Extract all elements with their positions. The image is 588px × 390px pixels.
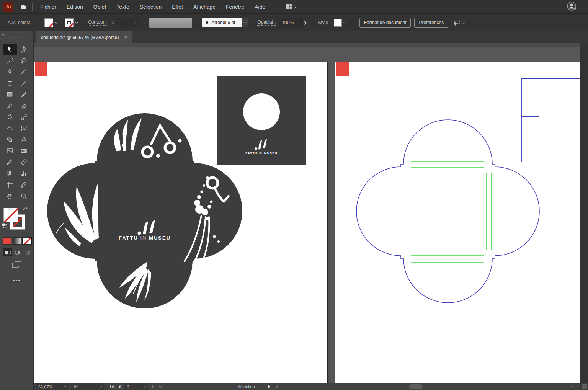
edit-toolbar-dots[interactable]: ••• [0, 278, 34, 284]
zoom-level-dropdown[interactable]: 66,67% [36, 383, 69, 390]
tool-column-graph[interactable] [17, 168, 31, 179]
artboard-1[interactable]: FATTU IN MUSEU FATTU IN MUSEU [34, 62, 327, 383]
tool-lasso[interactable] [17, 55, 31, 67]
stroke-color-dropdown[interactable] [74, 18, 80, 27]
last-artboard-icon[interactable] [158, 385, 163, 389]
close-tab-icon[interactable]: × [124, 34, 127, 40]
menu-edition[interactable]: Edition [67, 4, 83, 10]
tool-eyedropper[interactable] [3, 157, 17, 168]
tool-gradient[interactable] [17, 145, 31, 157]
brush-definition-dropdown[interactable] [242, 18, 248, 27]
fill-color-dropdown[interactable] [53, 18, 59, 27]
collapse-panel-icon[interactable]: « [2, 33, 5, 37]
menu-aide[interactable]: Aide [255, 4, 265, 10]
opacity-label[interactable]: Opacité : [257, 20, 276, 26]
style-label: Style : [318, 20, 330, 25]
document-tab[interactable]: chouette.ai* @ 66,67 % (RVB/Aperçu) × [36, 31, 132, 43]
menu-objet[interactable]: Objet [93, 4, 106, 10]
brush-name: Arrondi 5 pt [211, 20, 235, 25]
tool-type[interactable] [3, 78, 17, 89]
tool-blend[interactable] [17, 157, 31, 168]
box-lid-artwork[interactable]: FATTU IN MUSEU [217, 76, 306, 165]
document-tab-title: chouette.ai* @ 66,67 % (RVB/Aperçu) [41, 35, 119, 40]
tool-magic-wand[interactable] [3, 55, 17, 67]
stroke-weight-label[interactable]: Contour : [88, 20, 107, 26]
tool-rotate[interactable] [3, 111, 17, 123]
preferences-button[interactable]: Préférences [414, 18, 448, 28]
tool-symbol-sprayer[interactable] [3, 168, 17, 179]
width-profile-dropdown[interactable] [149, 18, 192, 28]
rotation-dropdown[interactable]: 0° [71, 383, 104, 390]
status-expand-icon[interactable] [268, 385, 271, 389]
mesh-icon [6, 147, 13, 155]
none-button[interactable] [23, 237, 31, 245]
tool-selection[interactable] [3, 44, 17, 55]
tool-curvature[interactable] [17, 66, 31, 78]
opacity-expand-arrow[interactable] [302, 18, 309, 27]
tool-shape-builder[interactable] [3, 134, 17, 145]
tool-rectangle[interactable] [3, 89, 17, 100]
next-artboard-icon[interactable] [151, 385, 155, 389]
artboard-number-value: 2 [127, 385, 129, 389]
selection-options[interactable] [453, 20, 464, 26]
format-document-button[interactable]: Format de document [359, 18, 411, 28]
tool-slice[interactable] [17, 179, 31, 191]
brush-definition-field[interactable]: Arrondi 5 pt [202, 18, 242, 27]
menu-effet[interactable]: Effet [172, 4, 183, 10]
tool-direct-selection[interactable] [17, 44, 31, 55]
menu-affichage[interactable]: Affichage [193, 4, 216, 10]
tool-paintbrush[interactable] [17, 89, 31, 100]
fill-color-swatch[interactable] [44, 18, 53, 27]
hscroll-right-icon[interactable] [570, 385, 573, 388]
account-avatar[interactable] [567, 1, 577, 13]
menu-texte[interactable]: Texte [116, 4, 129, 10]
home-icon[interactable] [20, 3, 27, 10]
color-button[interactable] [3, 237, 11, 245]
draw-behind-button[interactable] [13, 248, 23, 256]
opacity-field[interactable]: 100% [279, 18, 302, 27]
draw-normal-button[interactable] [3, 248, 12, 256]
chevron-down-icon [462, 20, 465, 23]
artboard-2[interactable] [335, 62, 580, 383]
tool-pen[interactable] [3, 66, 17, 78]
tool-perspective-grid[interactable] [17, 134, 31, 145]
swap-fill-stroke-icon[interactable] [23, 207, 28, 214]
style-swatch[interactable] [334, 19, 342, 27]
tool-free-transform[interactable] [17, 123, 31, 134]
tool-artboard[interactable] [3, 179, 17, 191]
tool-mesh[interactable] [3, 145, 17, 157]
illustrator-app-icon[interactable]: Ai [3, 2, 13, 12]
menu-fichier[interactable]: Fichier [40, 4, 56, 10]
brush-preview-dot [206, 21, 208, 24]
style-dropdown[interactable] [342, 18, 348, 27]
tool-width[interactable] [3, 123, 17, 134]
artboard-number-dropdown[interactable]: 2 [124, 383, 148, 390]
lasso-icon [20, 57, 28, 64]
fold-lines[interactable] [397, 162, 491, 262]
tool-zoom[interactable] [17, 191, 31, 202]
tool-hand[interactable] [3, 191, 17, 202]
gradient-button[interactable] [13, 237, 21, 245]
menu-fenetre[interactable]: Fenêtre [226, 4, 244, 10]
side-panel-outline[interactable] [522, 79, 580, 162]
draw-inside-button[interactable] [23, 248, 33, 256]
line-segment-icon [20, 80, 28, 87]
first-artboard-icon[interactable] [110, 385, 114, 389]
workspace-switcher[interactable] [286, 4, 297, 10]
tool-line-segment[interactable] [17, 78, 31, 89]
dieline-outline-artwork[interactable] [335, 62, 580, 383]
previous-artboard-icon[interactable] [117, 385, 121, 389]
logo-text-large[interactable]: FATTU IN MUSEU [106, 235, 183, 241]
stroke-weight-stepper[interactable] [110, 18, 116, 27]
horizontal-scroll-thumb[interactable] [409, 384, 423, 389]
stroke-color-swatch[interactable] [65, 18, 74, 27]
tool-scale[interactable] [17, 111, 31, 123]
tool-eraser[interactable] [17, 100, 31, 112]
panel-grip[interactable] [10, 37, 22, 38]
fill-swatch-none[interactable] [3, 208, 18, 222]
screen-mode-icon[interactable] [12, 261, 22, 270]
tool-pencil[interactable] [3, 100, 17, 112]
default-fill-stroke-icon[interactable] [2, 223, 7, 230]
menu-selection[interactable]: Sélection [140, 4, 162, 10]
stroke-weight-field[interactable] [116, 18, 139, 27]
